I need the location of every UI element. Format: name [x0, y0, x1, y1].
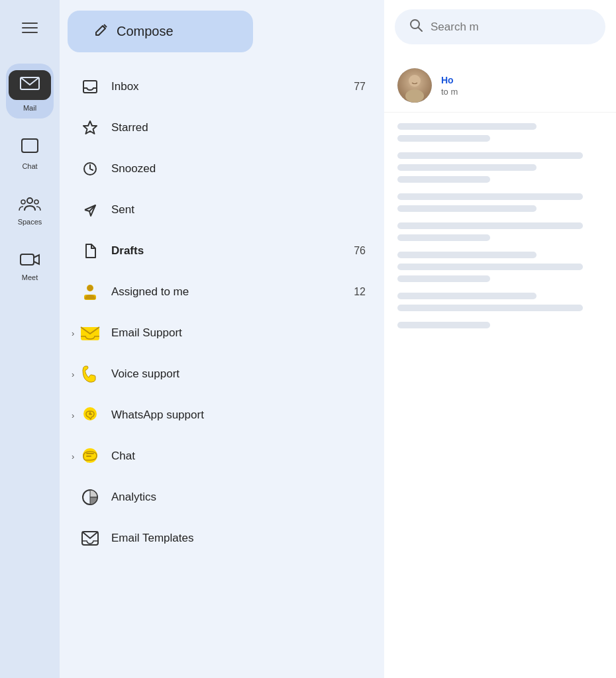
email-snippet: to m: [441, 87, 603, 97]
skeleton-line: [397, 222, 583, 229]
email-preview-item[interactable]: Ho to m: [384, 59, 616, 113]
meet-label: Meet: [22, 273, 38, 281]
svg-rect-21: [86, 453, 94, 454]
compose-icon: [94, 23, 109, 40]
compose-button[interactable]: Compose: [68, 11, 253, 52]
compose-label: Compose: [117, 24, 174, 39]
svg-point-3: [27, 198, 32, 203]
whatsapp-icon: [78, 403, 102, 427]
chat-sidebar-icon: [78, 444, 102, 468]
drafts-label: Drafts: [111, 244, 348, 258]
email-subject: Ho: [441, 75, 603, 85]
search-input[interactable]: [431, 21, 591, 34]
mail-label: Mail: [23, 104, 36, 112]
skeleton-line: [397, 252, 537, 258]
emailtemplates-icon: [78, 526, 102, 550]
skeleton-line: [397, 193, 583, 200]
meet-icon: [20, 252, 40, 271]
voicesupport-label: Voice support: [111, 367, 366, 381]
skeleton-line: [397, 275, 490, 282]
skeleton-line: [397, 293, 537, 299]
chat-sidebar-label: Chat: [111, 450, 366, 463]
svg-rect-2: [22, 139, 38, 152]
sidebar-item-emailtemplates[interactable]: Email Templates: [68, 518, 376, 558]
avatar: [397, 68, 432, 103]
sidebar-item-sent[interactable]: Sent: [68, 190, 376, 230]
sidebar-item-assigned[interactable]: Assigned to me 12: [68, 272, 376, 312]
skeleton-line: [397, 135, 490, 142]
nav-item-spaces[interactable]: Spaces: [6, 190, 54, 232]
skeleton-line: [397, 264, 583, 270]
email-info: Ho to m: [441, 75, 603, 97]
sent-icon: [78, 198, 102, 222]
person-icon: [78, 280, 102, 304]
svg-marker-8: [83, 121, 97, 134]
inbox-label: Inbox: [111, 80, 348, 93]
svg-point-14: [87, 285, 93, 291]
nav-item-chat[interactable]: Chat: [6, 132, 54, 177]
sent-label: Sent: [111, 203, 366, 217]
voicesupport-icon: [78, 362, 102, 386]
voicesupport-chevron: ›: [72, 369, 74, 379]
clock-icon: [78, 157, 102, 181]
chat-label: Chat: [22, 162, 37, 170]
nav-item-mail[interactable]: Mail: [6, 64, 54, 119]
sidebar-item-chat[interactable]: › Chat: [68, 436, 376, 476]
sidebar: Compose Inbox 77 Starred Snoozed: [60, 0, 384, 678]
spaces-icon: [19, 197, 41, 215]
inbox-count: 77: [354, 81, 366, 93]
star-icon: [78, 116, 102, 140]
email-list: Ho to m: [384, 54, 616, 678]
svg-rect-7: [83, 81, 97, 93]
sidebar-item-inbox[interactable]: Inbox 77: [68, 67, 376, 107]
skeleton-line: [397, 322, 490, 328]
skeleton-line: [397, 305, 583, 311]
svg-rect-22: [86, 456, 91, 457]
analytics-icon: [78, 485, 102, 509]
chat-chevron: ›: [72, 452, 74, 461]
whatsapp-label: WhatsApp support: [111, 409, 366, 422]
search-icon: [409, 19, 423, 35]
chat-nav-icon: [21, 138, 38, 160]
svg-rect-6: [21, 254, 34, 265]
left-rail: Mail Chat Spaces: [0, 0, 60, 678]
svg-point-31: [409, 75, 421, 87]
hamburger-line-2: [22, 27, 38, 28]
sidebar-item-whatsapp[interactable]: › WhatsApp support: [68, 395, 376, 435]
svg-point-4: [21, 200, 25, 204]
analytics-label: Analytics: [111, 491, 366, 504]
sidebar-item-analytics[interactable]: Analytics: [68, 477, 376, 517]
main-content: Ho to m: [384, 0, 616, 678]
snoozed-label: Snoozed: [111, 162, 366, 175]
nav-item-meet[interactable]: Meet: [6, 246, 54, 288]
sidebar-item-drafts[interactable]: Drafts 76: [68, 231, 376, 271]
inbox-icon: [78, 75, 102, 99]
hamburger-line-1: [22, 23, 38, 24]
svg-line-19: [90, 414, 92, 414]
sidebar-item-voicesupport[interactable]: › Voice support: [68, 354, 376, 394]
sidebar-item-emailsupport[interactable]: › Email Support: [68, 313, 376, 353]
skeleton-line: [397, 176, 490, 183]
hamburger-line-3: [22, 32, 38, 33]
whatsapp-chevron: ›: [72, 411, 74, 420]
drafts-icon: [78, 239, 102, 263]
emailsupport-chevron: ›: [72, 328, 74, 338]
skeleton-line: [397, 164, 537, 171]
skeleton-line: [397, 152, 583, 159]
emailsupport-label: Email Support: [111, 326, 366, 340]
skeleton-line: [397, 123, 537, 130]
skeleton-line: [397, 205, 537, 212]
search-bar: [395, 9, 605, 44]
sidebar-item-starred[interactable]: Starred: [68, 108, 376, 148]
emailsupport-icon: [78, 321, 102, 345]
sidebar-item-snoozed[interactable]: Snoozed: [68, 149, 376, 189]
spaces-label: Spaces: [18, 218, 42, 226]
emailtemplates-label: Email Templates: [111, 532, 366, 545]
assigned-label: Assigned to me: [111, 285, 348, 299]
hamburger-menu[interactable]: [14, 12, 46, 44]
assigned-count: 12: [354, 286, 366, 298]
drafts-count: 76: [354, 245, 366, 257]
starred-label: Starred: [111, 121, 366, 134]
skeleton-line: [397, 234, 490, 241]
mail-icon: [9, 70, 51, 100]
